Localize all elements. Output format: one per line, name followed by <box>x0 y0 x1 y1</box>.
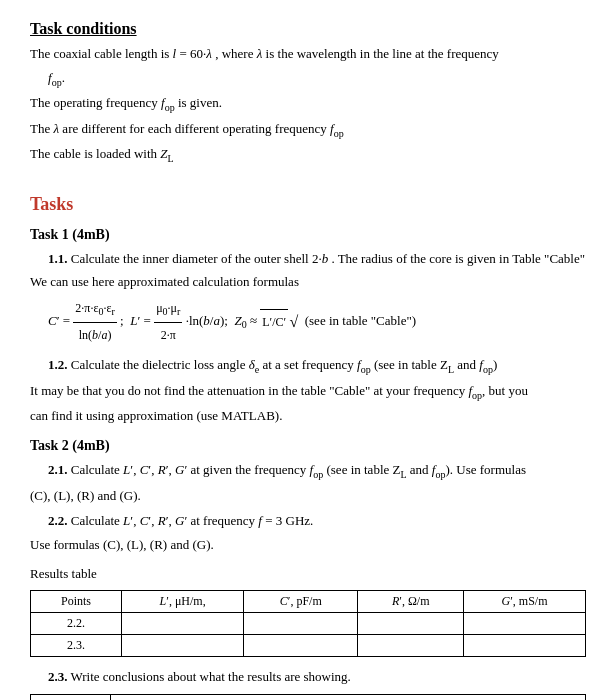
results-col-C: C′, pF/m <box>244 590 358 612</box>
task2-title: Task 2 (4mB) <box>30 438 586 454</box>
task1-1-text: 1.1. Calculate the inner diameter of the… <box>48 249 586 269</box>
results-row-23: 2.3. <box>31 634 586 656</box>
conclusions-col-point: Point <box>31 695 111 700</box>
task2-2-line2: Use formulas (C), (L), (R) and (G). <box>30 535 586 555</box>
task1-2-text: 1.2. Calculate the dielectric loss angle… <box>48 355 586 377</box>
formula-line: C′ = 2·π·ε0·εr ln(b/a) ; L′ = μ0·μr 2·π … <box>48 296 586 347</box>
results-cell-R-23 <box>358 634 464 656</box>
intro-line1: The coaxial cable length is l = 60·λ , w… <box>30 44 586 64</box>
intro-line3: The λ are different for each different o… <box>30 119 586 141</box>
task2-3-text: 2.3. Write conclusions about what the re… <box>48 667 586 687</box>
task2-1-text: 2.1. Calculate L′, C′, R′, G′ at given t… <box>48 460 586 482</box>
results-col-L: L′, μH/m, <box>122 590 244 612</box>
results-label: Results table <box>30 564 586 584</box>
conclusions-table: Point Conclusions 2.3. <box>30 694 586 700</box>
intro-line1b: fop. <box>48 68 586 90</box>
intro-line2: The operating frequency fop is given. <box>30 93 586 115</box>
task2-2-text: 2.2. Calculate L′, C′, R′, G′ at frequen… <box>48 511 586 531</box>
results-cell-point-22: 2.2. <box>31 612 122 634</box>
results-cell-L-22 <box>122 612 244 634</box>
tasks-section-title: Tasks <box>30 194 586 215</box>
task1-2-line3: can find it using approximation (use MAT… <box>30 406 586 426</box>
results-table: Points L′, μH/m, C′, pF/m R′, Ω/m G′, mS… <box>30 590 586 657</box>
intro-line4: The cable is loaded with ZL <box>30 144 586 166</box>
results-col-G: G′, mS/m <box>464 590 586 612</box>
page-title: Task conditions <box>30 20 586 38</box>
results-cell-L-23 <box>122 634 244 656</box>
results-cell-C-23 <box>244 634 358 656</box>
task2-1-line2: (C), (L), (R) and (G). <box>30 486 586 506</box>
results-cell-C-22 <box>244 612 358 634</box>
results-cell-point-23: 2.3. <box>31 634 122 656</box>
results-cell-G-23 <box>464 634 586 656</box>
results-col-points: Points <box>31 590 122 612</box>
results-col-R: R′, Ω/m <box>358 590 464 612</box>
results-cell-R-22 <box>358 612 464 634</box>
task1-2-line2: It may be that you do not find the atten… <box>30 381 586 403</box>
approx-text: We can use here approximated calculation… <box>30 272 586 292</box>
conclusions-col-conclusions: Conclusions <box>111 695 586 700</box>
results-row-22: 2.2. <box>31 612 586 634</box>
task1-title: Task 1 (4mB) <box>30 227 586 243</box>
results-cell-G-22 <box>464 612 586 634</box>
